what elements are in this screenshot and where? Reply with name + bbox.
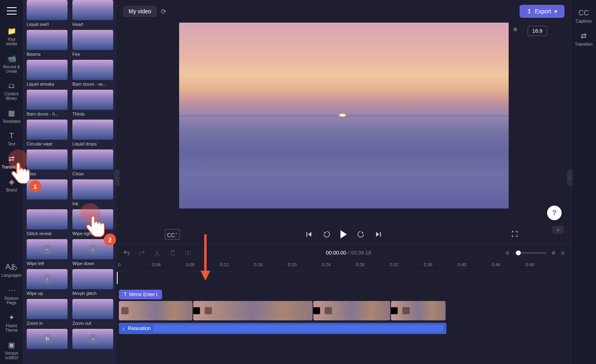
cut-button[interactable] xyxy=(154,249,161,257)
fullscreen-button[interactable] xyxy=(511,230,518,239)
video-preview[interactable]: ⚙ 16:9 xyxy=(179,23,509,208)
nav-languages[interactable]: Aあ Languages xyxy=(2,258,22,282)
sync-icon[interactable]: ⟳ xyxy=(161,8,166,15)
transition-thumbnail xyxy=(27,0,68,20)
timeline[interactable]: 00:040:080:120:160:200:240:280:320:360:4… xyxy=(116,261,571,364)
transition-item[interactable]: Barn doors - h... xyxy=(27,90,68,116)
zoom-out-button[interactable]: ⊖ xyxy=(505,250,509,256)
transition-item[interactable]: → xyxy=(72,329,113,351)
transition-item[interactable]: Close xyxy=(72,149,113,176)
delete-button[interactable] xyxy=(169,249,176,257)
expand-right-panel[interactable]: ‹ xyxy=(567,170,573,186)
aspect-ratio-badge[interactable]: 16:9 xyxy=(528,26,547,36)
prev-button[interactable] xyxy=(305,230,313,238)
nav-brand[interactable]: ◈ Brand xyxy=(2,173,22,196)
transition-item[interactable]: ←Wipe left xyxy=(27,239,68,266)
transition-item[interactable]: Liquid swirl xyxy=(27,0,68,27)
hamburger-menu-button[interactable] xyxy=(7,7,17,15)
ruler-tick: 0 xyxy=(118,262,120,267)
ruler-tick: 0:40 xyxy=(458,262,466,267)
help-label: ? xyxy=(552,209,557,217)
transition-item[interactable] xyxy=(27,179,68,206)
nav-version[interactable]: ▣ Version ccfd61f xyxy=(2,337,22,364)
transition-item[interactable]: Tiles xyxy=(27,149,68,176)
transition-marker[interactable] xyxy=(193,307,200,314)
templates-icon: ▦ xyxy=(2,109,22,118)
transition-item[interactable]: Zoom in xyxy=(27,299,68,326)
transition-item[interactable]: Circular wipe xyxy=(27,120,68,146)
nav-captions[interactable]: CC Captions xyxy=(576,5,592,27)
nav-transitions[interactable]: ⇄ Transitions xyxy=(2,150,22,173)
project-title[interactable]: My video xyxy=(123,6,157,17)
nav-record-create[interactable]: 📹 Record & create xyxy=(2,50,22,78)
audio-clip[interactable]: ♪ Relaxation xyxy=(119,323,446,334)
nav-content-library[interactable]: 🗂 Content library xyxy=(2,78,22,105)
export-label: Export xyxy=(535,8,551,15)
transition-item[interactable]: Liquid streaks xyxy=(27,60,68,86)
collapse-transitions-panel[interactable]: ‹ xyxy=(114,170,120,186)
video-clip[interactable] xyxy=(313,301,390,320)
next-button[interactable] xyxy=(374,230,383,238)
video-clip[interactable] xyxy=(119,301,192,320)
transition-label: Liquid drops xyxy=(72,141,113,146)
zoom-in-button[interactable]: ⊕ xyxy=(552,250,556,256)
feature-flags-icon: ⋯ xyxy=(2,286,22,295)
transition-item[interactable]: Heart xyxy=(72,0,113,27)
transition-item[interactable]: Beams xyxy=(27,30,68,57)
preview-chevron-down[interactable]: ▾ xyxy=(552,226,564,234)
volume-icon[interactable] xyxy=(402,307,410,314)
transition-label: Fire xyxy=(72,52,113,57)
undo-button[interactable] xyxy=(123,249,130,257)
transitions-grid: Liquid swirlHeartBeamsFireLiquid streaks… xyxy=(27,0,113,359)
playhead[interactable] xyxy=(117,272,118,284)
nav-label: Brand xyxy=(6,188,17,192)
video-clip[interactable] xyxy=(193,301,313,320)
fit-button[interactable]: ⇲ xyxy=(560,250,564,256)
transition-item[interactable]: Glitch reveal xyxy=(27,209,68,236)
rewind-button[interactable] xyxy=(323,230,331,238)
transition-item[interactable]: Thirds xyxy=(72,90,113,116)
ruler-tick: 0:28 xyxy=(356,262,364,267)
transition-item[interactable]: ↻ xyxy=(27,329,68,351)
nav-templates[interactable]: ▦ Templates xyxy=(2,105,22,128)
nav-fluent-theme[interactable]: ✦ Fluent Theme xyxy=(2,309,22,337)
nav-transition-right[interactable]: ⇄ Transition xyxy=(575,27,593,50)
transition-item[interactable]: Wipe right xyxy=(72,209,113,236)
transition-label: Tiles xyxy=(27,171,68,176)
captions-toggle[interactable]: CC+ xyxy=(165,229,180,240)
transition-item[interactable]: ↑Wipe up xyxy=(27,269,68,296)
video-clip[interactable] xyxy=(391,301,446,320)
transitions-panel[interactable]: Liquid swirlHeartBeamsFireLiquid streaks… xyxy=(23,0,116,364)
transition-marker[interactable] xyxy=(313,307,320,314)
ruler-tick: 0:16 xyxy=(254,262,262,267)
export-button[interactable]: ↥ Export ▾ xyxy=(520,5,564,18)
nav-label: Fluent Theme xyxy=(5,324,18,332)
transition-item[interactable]: Liquid drops xyxy=(72,120,113,146)
nav-label: Feature Flags xyxy=(4,296,18,305)
transition-item[interactable]: ↓Wipe down xyxy=(72,239,113,266)
transition-item[interactable]: Zoom out xyxy=(72,299,113,326)
split-button[interactable] xyxy=(184,249,192,257)
text-icon: T xyxy=(124,292,127,297)
settings-icon[interactable]: ⚙ xyxy=(513,27,523,36)
forward-button[interactable] xyxy=(357,230,365,238)
redo-button[interactable] xyxy=(138,249,146,257)
nav-feature-flags[interactable]: ⋯ Feature Flags xyxy=(2,282,22,309)
nav-text[interactable]: T Text xyxy=(2,128,22,150)
volume-icon[interactable] xyxy=(205,307,212,314)
zoom-slider[interactable] xyxy=(514,252,547,254)
help-button[interactable]: ? xyxy=(547,206,562,220)
transition-icon: ⇄ xyxy=(575,32,593,40)
transition-marker[interactable] xyxy=(391,307,398,314)
upload-icon: ↥ xyxy=(527,8,532,15)
volume-icon[interactable] xyxy=(325,307,332,314)
timeline-ruler[interactable]: 00:040:080:120:160:200:240:280:320:360:4… xyxy=(116,261,571,272)
transition-item[interactable]: Fire xyxy=(72,30,113,57)
transition-item[interactable]: Barn doors - ve... xyxy=(72,60,113,86)
play-button[interactable] xyxy=(340,230,347,238)
nav-your-media[interactable]: 📁 Your media xyxy=(2,23,22,50)
text-clip[interactable]: T Mirror Enter t xyxy=(119,290,162,299)
transition-item[interactable]: Ink xyxy=(72,179,113,206)
volume-icon[interactable] xyxy=(121,307,129,314)
transition-item[interactable]: Morph glitch xyxy=(72,269,113,296)
